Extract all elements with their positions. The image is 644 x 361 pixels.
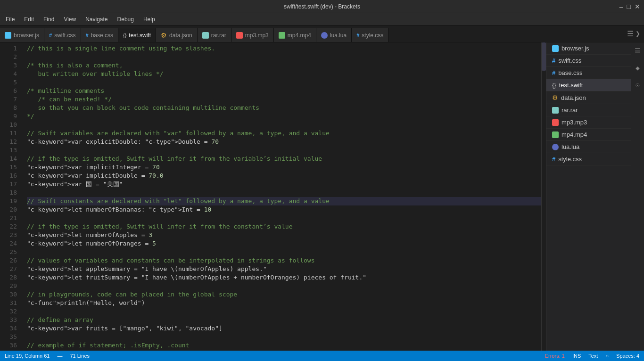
sidebar-file-lua[interactable]: lua.lua [546,141,631,153]
tab-base-css[interactable]: # base.css [81,28,118,42]
tab-style-css[interactable]: # style.css [352,28,388,42]
menu-help[interactable]: Help [141,15,157,24]
code-line-26[interactable]: // values of variables and constants can… [27,256,541,265]
code-line-10[interactable] [27,121,541,129]
window-title: swift/test.swift (dev) - Brackets [284,3,360,10]
code-line-24[interactable]: "c-keyword">let numberOfOranges = 5 [27,239,541,248]
menu-edit[interactable]: Edit [22,15,36,24]
sidebar-file-data-json[interactable]: ⚙ data.json [546,91,631,104]
main-content: 1234567891011121314151617181920212223242… [0,42,644,351]
sidebar-file-base-css[interactable]: # base.css [546,67,631,79]
menu-file[interactable]: File [4,15,17,24]
tab-mp4-mp4[interactable]: mp4.mp4 [274,28,316,42]
line-number-31: 31 [4,299,17,307]
menu-debug[interactable]: Debug [116,15,136,24]
code-line-15[interactable]: "c-keyword">var implicitInteger = 70 [27,163,541,172]
tab-test-swift[interactable]: {} test.swift [118,28,156,42]
minimap-scrollbar[interactable] [541,42,546,351]
code-area[interactable]: // this is a single line comment using t… [21,42,541,351]
code-line-4[interactable]: but written over multiple lines */ [27,70,541,78]
code-line-29[interactable] [27,282,541,290]
sidebar-file-test-swift[interactable]: {} test.swift [546,79,631,91]
code-line-32[interactable] [27,307,541,316]
tab-data-json-label: data.json [169,32,192,39]
code-line-25[interactable] [27,248,541,256]
panel-icon-3[interactable]: ☉ [633,80,643,90]
code-line-23[interactable]: "c-keyword">let numberOfApples = 3 [27,231,541,239]
sidebar-file-mp4[interactable]: mp4.mp4 [546,129,631,141]
status-lines: 71 Lines [70,353,90,359]
code-line-3[interactable]: /* this is also a comment, [27,61,541,70]
sidebar-file-style-css[interactable]: # style.css [546,153,631,165]
menu-navigate[interactable]: Navigate [83,15,109,24]
tab-rar-rar[interactable]: rar.rar [198,28,231,42]
code-line-7[interactable]: /* can be nested! */ [27,95,541,104]
tab-style-css-label: style.css [362,32,383,39]
sidebar-file-mp3[interactable]: mp3.mp3 [546,116,631,129]
line-number-23: 23 [4,231,17,239]
menu-view[interactable]: View [62,15,78,24]
minimap-thumb[interactable] [542,42,546,71]
code-line-36[interactable]: // example of if statement; .isEmpty, .c… [27,341,541,350]
code-line-34[interactable]: "c-keyword">var fruits = ["mango", "kiwi… [27,324,541,333]
tab-more[interactable]: ☰ ❯ [623,25,644,42]
line-number-19: 19 [4,197,17,205]
code-line-18[interactable] [27,189,541,197]
code-line-33[interactable]: // define an array [27,316,541,324]
line-number-12: 12 [4,138,17,146]
line-number-16: 16 [4,172,17,180]
code-line-19[interactable]: // Swift constants are declared with "le… [27,197,541,205]
status-bar-right: Errors: 1 INS Text ○ Spaces: 4 [545,353,639,359]
line-number-20: 20 [4,205,17,214]
close-button[interactable]: ✕ [635,3,640,10]
code-line-21[interactable] [27,214,541,222]
line-number-29: 29 [4,282,17,290]
tab-swift-css[interactable]: # swift.css [44,28,81,42]
window-controls[interactable]: ‒ □ ✕ [619,3,640,10]
line-number-9: 9 [4,112,17,121]
code-line-11[interactable]: // Swift variables are declared with "va… [27,129,541,138]
sidebar-file-swift-css[interactable]: # swift.css [546,55,631,67]
tab-browser-js[interactable]: browser.js [0,28,44,42]
tab-lua-lua[interactable]: lua.lua [316,28,352,42]
status-errors[interactable]: Errors: 1 [545,353,565,359]
sidebar-file-rar[interactable]: rar.rar [546,104,631,116]
code-line-20[interactable]: "c-keyword">let numberOfBananas: "c-type… [27,205,541,214]
code-line-30[interactable]: // in playgrounds, code can be placed in… [27,290,541,299]
status-mode[interactable]: Text [588,353,598,359]
line-number-15: 15 [4,163,17,172]
code-line-13[interactable] [27,146,541,155]
code-line-31[interactable]: "c-func">println("Hello, world") [27,299,541,307]
editor[interactable]: 1234567891011121314151617181920212223242… [0,42,541,351]
code-line-8[interactable]: so that you can block out code containin… [27,104,541,112]
code-line-17[interactable]: "c-keyword">var 国 = "美国" [27,180,541,189]
sidebar-file-browser-js[interactable]: browser.js [546,42,631,55]
code-line-27[interactable]: "c-keyword">let appleSummary = "I have \… [27,265,541,273]
code-line-6[interactable]: /* multiline comments [27,87,541,95]
menu-find[interactable]: Find [41,15,56,24]
code-line-2[interactable] [27,53,541,61]
code-line-9[interactable]: */ [27,112,541,121]
tab-data-json[interactable]: ⚙ data.json [156,28,198,42]
tab-rar-label: rar.rar [211,32,226,39]
code-line-35[interactable] [27,333,541,341]
code-line-37[interactable]: "c-keyword">if fruits.isEmpty { [27,350,541,351]
code-line-5[interactable] [27,78,541,87]
code-line-28[interactable]: "c-keyword">let fruitSummary = "I have \… [27,273,541,282]
maximize-button[interactable]: □ [627,3,631,10]
code-line-12[interactable]: "c-keyword">var explicitDouble: "c-type"… [27,138,541,146]
tab-mp3-mp3[interactable]: mp3.mp3 [231,28,274,42]
code-line-14[interactable]: // if the type is omitted, Swift will in… [27,155,541,163]
panel-icon-2[interactable]: ◆ [633,63,643,73]
minimize-button[interactable]: ‒ [619,3,623,10]
code-line-1[interactable]: // this is a single line comment using t… [27,44,541,53]
menu-bar: File Edit Find View Navigate Debug Help [0,13,644,25]
tab-bar: browser.js # swift.css # base.css {} tes… [0,25,644,42]
tab-more-icon: ☰ [627,29,634,38]
code-line-16[interactable]: "c-keyword">var implicitDouble = 70.0 [27,172,541,180]
sidebar-style-css-icon: # [552,156,555,163]
panel-icon-1[interactable]: ☰ [633,46,643,56]
code-line-22[interactable]: // if the type is omitted, Swift will in… [27,222,541,231]
line-number-26: 26 [4,256,17,265]
line-number-37: 37 [4,350,17,351]
